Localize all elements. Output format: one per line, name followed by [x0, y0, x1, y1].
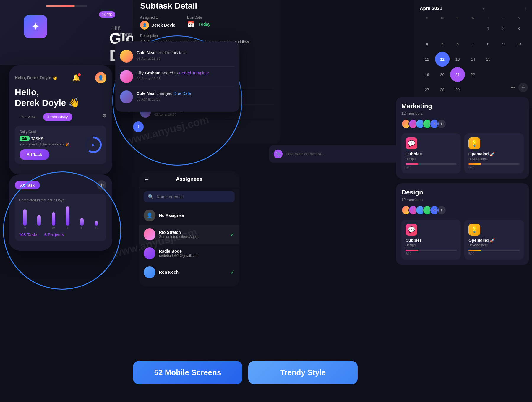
design-p1-text: 5/20 [406, 252, 457, 255]
design-stack-add[interactable]: + [437, 205, 446, 215]
ron-avatar [144, 266, 155, 278]
cta-style-button[interactable]: Trendy Style [248, 361, 358, 384]
openmind-name: OpenMind 🚀 [468, 152, 520, 156]
project-cards-marketing: 💬 Cubbies Design 5/20 💡 OpenMind 🚀 Devel… [401, 133, 524, 173]
cal-day-3[interactable]: 3 [511, 21, 526, 36]
cal-day-9[interactable]: 9 [496, 37, 511, 51]
back-button[interactable]: ← [144, 176, 150, 183]
no-assignee-avatar: 👤 [144, 210, 155, 221]
cal-day-12[interactable]: 12 [435, 52, 450, 67]
cta-screens-button[interactable]: 52 Mobile Screens [133, 361, 242, 384]
header-area: ✦ UI8 Platform Glossy Dark Theme 10/20 [0, 0, 133, 65]
openmind-progress-fill [468, 163, 481, 165]
bottom-buttons: 52 Mobile Screens Trendy Style [133, 361, 358, 384]
settings-icon[interactable]: ⚙ [102, 113, 106, 121]
due-date-value: Today [199, 22, 210, 27]
cal-day-5[interactable]: 5 [435, 37, 450, 51]
assignees-title: Assignees [176, 176, 202, 182]
bar-f [80, 218, 84, 226]
right-panel: April 2021 ‹ › S M T W T F S 1 2 3 4 5 6… [278, 0, 532, 402]
assignee-rio[interactable]: Rio Streich Senior Interactions Agent ✓ [139, 225, 239, 244]
rio-role: Senior Interactions Agent [159, 235, 199, 239]
avatar-stack-marketing: 8 + [401, 119, 524, 129]
cubbies-progress-text: 5/20 [406, 166, 457, 169]
cal-day-14[interactable]: 14 [466, 52, 480, 67]
calendar-prev[interactable]: ‹ [483, 6, 484, 11]
cal-day-11[interactable]: 11 [420, 52, 434, 67]
assigned-avatar: 👤 [140, 21, 149, 30]
cal-day-18[interactable]: 19 [420, 67, 434, 82]
teams-add-button[interactable]: + [518, 83, 528, 92]
search-box[interactable]: 🔍 [144, 191, 235, 202]
cal-day-2[interactable]: 2 [496, 21, 511, 36]
teams-section: ••• + Marketing 12 members 8 + 💬 Cubbies… [396, 83, 529, 270]
search-input[interactable] [157, 194, 231, 199]
assignee-ron[interactable]: Ron Koch ✓ [139, 263, 239, 282]
avatar-stack-design: 8 + [401, 205, 524, 215]
openmind-progress-text: 5/20 [468, 166, 520, 169]
add-comment-button[interactable]: + [133, 121, 144, 132]
greeting-text: Hello,Derek Doyle 👋 [15, 87, 106, 108]
project-cards-design: 💬 Cubbies Design 5/20 💡 OpenMind 🚀 Devel… [401, 220, 524, 260]
team-design-members: 12 members [401, 197, 524, 202]
project-openmind: 💡 OpenMind 🚀 Development 5/20 [464, 133, 524, 173]
bar-w [52, 212, 55, 226]
team-design-name: Design [401, 189, 524, 196]
cal-empty-4 [466, 21, 480, 36]
circle-progress: ▶ [85, 137, 102, 153]
daily-goal-label: Daily Goal [20, 130, 69, 134]
subtask-title: Subtask Detail [140, 1, 274, 11]
cal-day-7[interactable]: 7 [466, 37, 480, 51]
cal-day-10[interactable]: 10 [511, 37, 526, 51]
openmind-dept: Development [468, 157, 520, 161]
popup-text-1: Cole Neal created this task [137, 50, 187, 56]
cal-day-13[interactable]: 13 [450, 52, 465, 67]
radie-avatar [144, 247, 155, 259]
popup-avatar-3 [120, 90, 133, 103]
cal-empty-1 [420, 21, 434, 36]
tab-overview[interactable]: Overview [15, 113, 40, 121]
cal-day-4[interactable]: 4 [420, 37, 434, 51]
calendar-next[interactable]: › [525, 6, 526, 11]
app-icon-badge: ✦ [24, 15, 47, 38]
bar-day-s: S [95, 227, 97, 230]
cal-day-15[interactable]: 15 [481, 52, 496, 67]
rio-name: Rio Streich [159, 230, 199, 235]
popup-avatar-1 [120, 50, 133, 63]
cal-day-6[interactable]: 6 [450, 37, 465, 51]
cal-header-f: F [496, 15, 511, 21]
design-p1-bar [406, 250, 457, 251]
bar-group-t1: T [33, 215, 45, 230]
calendar-icon: 📅 [187, 21, 194, 28]
all-task-button[interactable]: All Task [20, 149, 49, 160]
bar-t1 [37, 215, 41, 226]
popup-time-3: 03 Apr at 18:30 [137, 97, 191, 101]
notification-dot[interactable]: 🔔 [72, 74, 80, 82]
add-task-button[interactable]: + [97, 180, 106, 190]
teams-nav-dots[interactable]: ••• [510, 85, 515, 90]
design-p2-fill [468, 250, 481, 251]
stats-row: 108 Tasks 6 Projects [19, 230, 102, 237]
all-task-label: All Task [15, 181, 40, 189]
bar-t2 [66, 206, 69, 226]
assignee-radie[interactable]: Radie Bode radiebode92@gmail.com [139, 244, 239, 263]
popup-overlay: Cole Neal created this task 03 Apr at 18… [115, 41, 239, 112]
cal-day-19[interactable]: 20 [435, 67, 450, 82]
assignee-no-assignee[interactable]: 👤 No Assignee [139, 206, 239, 225]
rio-avatar [144, 228, 155, 240]
cal-day-1[interactable]: 1 [481, 21, 496, 36]
tab-productivity[interactable]: Productivity [43, 113, 72, 121]
cal-empty-3 [450, 21, 465, 36]
cal-header-th: T [481, 15, 496, 21]
cubbies-icon: 💬 [406, 137, 417, 149]
assigned-row: Assigned to 👤 Derek Doyle Due Date 📅 Tod… [140, 15, 274, 30]
cal-day-22[interactable]: 22 [466, 67, 480, 82]
cal-day-8[interactable]: 8 [481, 37, 496, 51]
stack-add[interactable]: + [437, 119, 446, 129]
cal-day-21[interactable]: 21 [450, 67, 465, 82]
popup-avatar-2 [120, 70, 133, 83]
openmind-icon: 💡 [468, 137, 480, 149]
cal-empty-2 [435, 21, 450, 36]
design-p2-name: OpenMind 🚀 [468, 238, 520, 243]
chart-area: Completed in the last 7 Days M T W T [15, 194, 106, 241]
